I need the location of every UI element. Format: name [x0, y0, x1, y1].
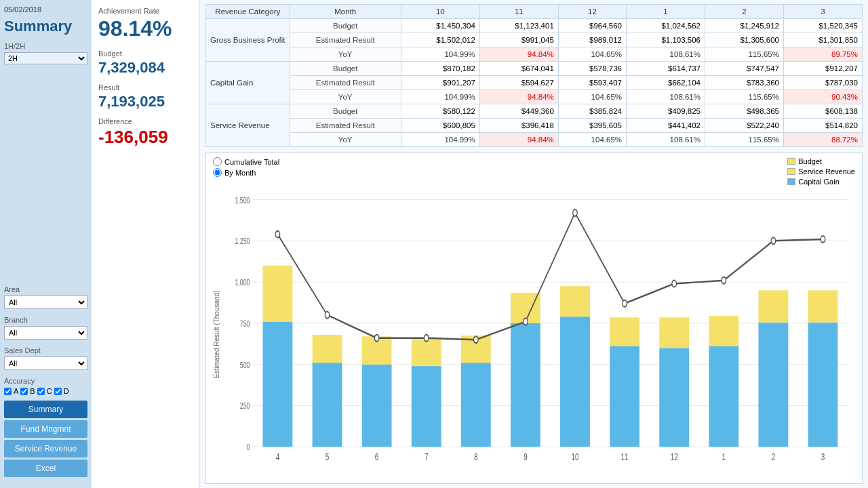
data-cell: $593,407: [558, 76, 626, 90]
legend-capital-gain: Capital Gain: [787, 178, 855, 186]
chart-svg-area: 02505007501,0001,2501,500456789101112123: [223, 188, 855, 481]
svg-text:1: 1: [722, 451, 726, 463]
svg-text:250: 250: [240, 401, 250, 411]
svg-point-54: [474, 336, 479, 343]
svg-point-57: [623, 300, 627, 307]
svg-text:0: 0: [247, 442, 250, 451]
data-cell: $578,736: [558, 62, 626, 76]
row-type-cell: YoY: [290, 133, 401, 147]
col-11: 11: [479, 5, 558, 19]
data-cell: $787,030: [783, 76, 862, 90]
data-cell: $522,240: [705, 119, 784, 133]
branch-select[interactable]: All: [4, 326, 87, 340]
data-cell: $1,245,912: [705, 19, 784, 33]
main-content: Revenue Category Month 10 11 12 1 2 3 Gr…: [200, 0, 868, 488]
table-row: Service RevenueBudget$580,122$449,360$38…: [206, 104, 863, 119]
table-row: Estimated Result$600,805$396,418$395,605…: [206, 119, 863, 133]
chart-container: Cumulative Total By Month Budget Service…: [205, 152, 863, 484]
nav-service-revenue[interactable]: Service Revenue: [4, 440, 87, 458]
branch-label: Branch: [4, 316, 87, 324]
data-cell: $991,045: [479, 33, 558, 47]
svg-text:500: 500: [240, 360, 250, 369]
y-axis-label: Estimated Result (Thousand): [213, 188, 220, 481]
legend-capital-label: Capital Gain: [798, 178, 840, 186]
accuracy-section: Accuracy A B C D: [4, 377, 87, 395]
data-cell: $1,103,506: [627, 33, 705, 47]
table-row: YoY104.99%94.84%104.65%108.61%115.65%90.…: [206, 90, 863, 104]
result-value: 7,193,025: [98, 93, 193, 110]
svg-point-50: [275, 231, 280, 238]
row-type-cell: Budget: [290, 62, 401, 76]
svg-text:1,000: 1,000: [235, 277, 250, 287]
accuracy-a-check[interactable]: [4, 388, 12, 395]
svg-rect-20: [362, 365, 392, 447]
category-cell: Service Revenue: [206, 104, 290, 147]
accuracy-checks: A B C D: [4, 387, 87, 395]
data-cell: $870,182: [401, 62, 479, 76]
data-cell: $1,123,401: [479, 19, 558, 33]
data-cell: 108.61%: [627, 90, 705, 104]
col-12: 12: [558, 5, 626, 19]
data-cell: $608,138: [783, 104, 862, 119]
svg-rect-38: [659, 348, 689, 447]
branch-filter: Branch All: [4, 316, 87, 340]
nav-summary[interactable]: Summary: [4, 401, 87, 418]
date-label: 05/02/2018: [4, 5, 87, 14]
data-cell: $409,825: [627, 104, 705, 119]
table-row: Gross Business ProfitBudget$1,450,304$1,…: [206, 19, 863, 33]
data-cell: $580,122: [401, 104, 479, 119]
sales-dept-select[interactable]: All: [4, 357, 87, 370]
data-cell: $912,207: [783, 62, 862, 76]
svg-rect-32: [560, 317, 590, 447]
svg-text:2: 2: [772, 451, 775, 463]
svg-point-55: [524, 319, 528, 325]
svg-point-59: [722, 277, 726, 284]
data-cell: $449,360: [479, 104, 558, 119]
data-cell: $662,104: [627, 76, 705, 90]
data-cell: 104.65%: [558, 47, 626, 62]
data-cell: 94.84%: [479, 133, 558, 147]
row-type-cell: YoY: [290, 90, 401, 104]
accuracy-c-check[interactable]: [37, 388, 45, 395]
nav-excel[interactable]: Excel: [4, 460, 87, 477]
data-cell: $674,041: [479, 62, 558, 76]
accuracy-d-check[interactable]: [54, 388, 62, 395]
data-cell: $594,627: [479, 76, 558, 90]
data-cell: $514,820: [783, 119, 862, 133]
svg-rect-18: [313, 335, 342, 363]
svg-rect-26: [461, 363, 491, 447]
col-category: Revenue Category: [206, 5, 290, 19]
achievement-label: Achievement Rate: [98, 7, 193, 15]
row-type-cell: YoY: [290, 47, 401, 62]
cumulative-radio[interactable]: [213, 157, 222, 166]
table-row: Estimated Result$901,207$594,627$593,407…: [206, 76, 863, 90]
legend-budget-label: Budget: [798, 157, 822, 165]
table-row: YoY104.99%94.84%104.65%108.61%115.65%88.…: [206, 133, 863, 147]
period-select[interactable]: 2H 1H: [4, 52, 87, 64]
svg-rect-48: [808, 290, 838, 322]
svg-text:4: 4: [276, 451, 279, 463]
svg-text:6: 6: [375, 451, 378, 463]
legend-service-label: Service Revenue: [798, 167, 855, 176]
difference-label: Difference: [98, 117, 193, 125]
data-cell: $1,305,600: [705, 33, 784, 47]
legend-capital-icon: [787, 178, 795, 185]
data-cell: 88.72%: [783, 133, 862, 147]
data-cell: $783,360: [705, 76, 784, 90]
cumulative-option[interactable]: Cumulative Total: [213, 157, 279, 166]
sales-dept-filter: Sales Dept All: [4, 346, 87, 370]
chart-legend: Budget Service Revenue Capital Gain: [787, 157, 855, 186]
svg-rect-29: [511, 323, 540, 447]
nav-fund-mngmnt[interactable]: Fund Mngmnt: [4, 420, 87, 438]
by-month-radio[interactable]: [213, 168, 222, 177]
row-type-cell: Estimated Result: [290, 76, 401, 90]
data-cell: $1,301,850: [783, 33, 862, 47]
svg-text:9: 9: [524, 451, 527, 463]
accuracy-b-check[interactable]: [20, 388, 28, 395]
by-month-option[interactable]: By Month: [213, 168, 279, 177]
svg-text:11: 11: [621, 451, 629, 463]
area-select[interactable]: All: [4, 296, 87, 309]
data-cell: 115.65%: [705, 90, 784, 104]
data-table: Revenue Category Month 10 11 12 1 2 3 Gr…: [205, 4, 863, 147]
data-cell: 94.84%: [479, 47, 558, 62]
